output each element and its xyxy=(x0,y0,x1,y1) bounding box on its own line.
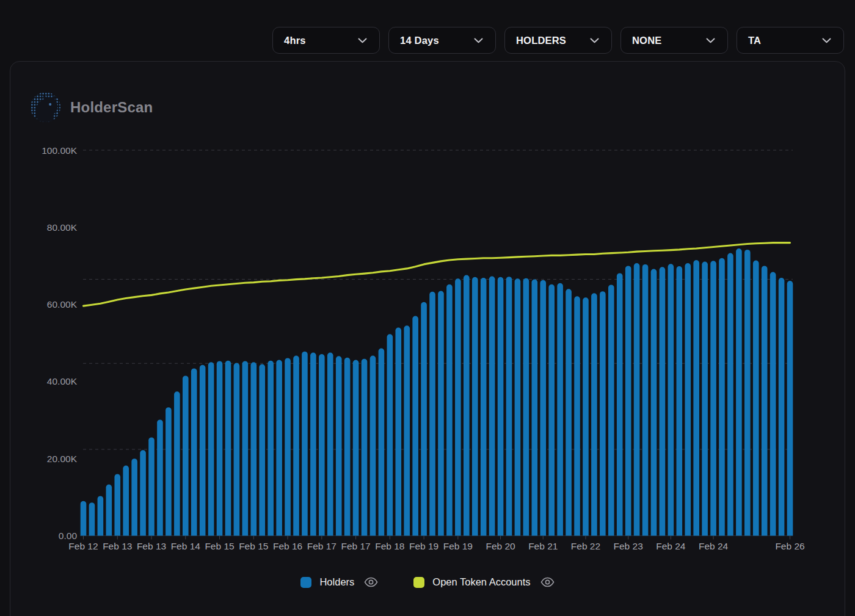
bar xyxy=(651,269,657,541)
bar xyxy=(455,278,461,540)
toggle-visibility-holders[interactable] xyxy=(364,577,378,587)
bar xyxy=(259,364,265,540)
x-axis-label: Feb 12 xyxy=(68,541,98,551)
bar xyxy=(438,291,444,540)
bar xyxy=(200,365,206,541)
bar xyxy=(608,284,614,540)
bar xyxy=(515,278,521,540)
bar xyxy=(370,356,376,541)
bar xyxy=(276,360,282,541)
bar xyxy=(753,261,759,541)
bar xyxy=(762,266,768,540)
x-axis-label: Feb 22 xyxy=(571,541,600,551)
bar xyxy=(429,292,435,541)
toggle-visibility-open-token-accounts[interactable] xyxy=(540,577,555,587)
bar xyxy=(446,284,453,541)
bar xyxy=(634,263,640,540)
dropdown-metric[interactable]: HOLDERS xyxy=(504,27,612,54)
cat-silhouette xyxy=(35,95,57,122)
bar xyxy=(523,278,529,541)
dropdown-indicators[interactable]: TA xyxy=(737,27,844,54)
cat-logo-icon xyxy=(31,92,60,122)
legend-swatch xyxy=(413,577,424,588)
x-axis-label: Feb 21 xyxy=(528,541,558,551)
bar xyxy=(327,353,333,541)
bar xyxy=(685,263,691,540)
bar xyxy=(336,356,342,540)
bar xyxy=(267,361,274,541)
x-axis-label: Feb 15 xyxy=(239,541,268,551)
bar xyxy=(183,375,189,540)
bar xyxy=(395,327,401,540)
bar xyxy=(498,277,504,541)
bar xyxy=(617,273,623,540)
bar xyxy=(208,362,214,540)
bar xyxy=(157,419,163,540)
bar xyxy=(574,296,580,540)
bar xyxy=(140,450,146,540)
bar xyxy=(677,266,683,540)
toolbar: 4hrs 14 Days HOLDERS NONE TA xyxy=(272,27,844,54)
x-axis-label: Feb 13 xyxy=(103,541,132,551)
dropdown-timeframe-value: 4hrs xyxy=(284,35,306,46)
x-axis-label: Feb 17 xyxy=(341,541,370,551)
bar xyxy=(148,437,155,540)
eye-icon xyxy=(540,577,555,587)
x-axis-label: Feb 17 xyxy=(307,541,337,551)
dropdown-compare[interactable]: NONE xyxy=(620,27,728,54)
bar xyxy=(225,361,231,541)
bar xyxy=(293,356,299,541)
y-axis-label: 100.00K xyxy=(42,145,77,156)
x-axis-label: Feb 16 xyxy=(273,541,302,551)
open-token-accounts-line xyxy=(84,243,790,306)
bar xyxy=(727,253,733,541)
bar xyxy=(600,291,606,540)
legend-item-open-token-accounts[interactable]: Open Token Accounts xyxy=(413,576,554,588)
bar xyxy=(642,264,649,541)
bar xyxy=(387,334,393,540)
bar xyxy=(779,278,785,540)
bar xyxy=(404,325,410,540)
dropdown-timeframe[interactable]: 4hrs xyxy=(272,27,380,54)
dropdown-compare-value: NONE xyxy=(632,35,661,46)
brand-title: HolderScan xyxy=(70,99,153,116)
bar xyxy=(174,391,180,540)
dropdown-period[interactable]: 14 Days xyxy=(388,27,496,54)
chevron-down-icon xyxy=(358,38,367,43)
bar xyxy=(702,262,708,541)
bar xyxy=(191,368,197,540)
bar xyxy=(787,281,793,540)
bar xyxy=(548,284,555,541)
chart-legend: Holders Open Token Accounts xyxy=(0,576,855,588)
chevron-down-icon xyxy=(474,38,483,43)
bar xyxy=(166,407,172,540)
bar xyxy=(81,501,87,541)
legend-item-holders[interactable]: Holders xyxy=(300,576,378,588)
bar xyxy=(106,485,112,541)
bar xyxy=(353,360,359,541)
x-axis-label: Feb 18 xyxy=(375,541,404,551)
chevron-down-icon xyxy=(706,38,715,43)
eye-icon xyxy=(364,577,378,587)
x-axis-label: Feb 24 xyxy=(699,541,729,551)
chevron-down-icon xyxy=(822,38,831,43)
bar xyxy=(506,277,512,540)
bar xyxy=(319,354,325,540)
bar xyxy=(217,361,223,540)
bar xyxy=(566,289,572,540)
bar xyxy=(591,293,597,540)
y-axis-label: 60.00K xyxy=(47,299,78,310)
chevron-down-icon xyxy=(590,38,599,43)
dropdown-indicators-value: TA xyxy=(748,35,761,46)
bar xyxy=(719,258,725,541)
bar xyxy=(540,280,546,541)
legend-label: Open Token Accounts xyxy=(432,576,530,588)
x-axis-label: Feb 19 xyxy=(409,541,438,551)
bar xyxy=(472,277,478,541)
bar xyxy=(412,316,418,541)
bar xyxy=(344,358,351,541)
bar xyxy=(310,353,316,541)
y-axis-label: 40.00K xyxy=(47,376,78,386)
bar xyxy=(123,466,129,541)
bar xyxy=(98,496,104,540)
